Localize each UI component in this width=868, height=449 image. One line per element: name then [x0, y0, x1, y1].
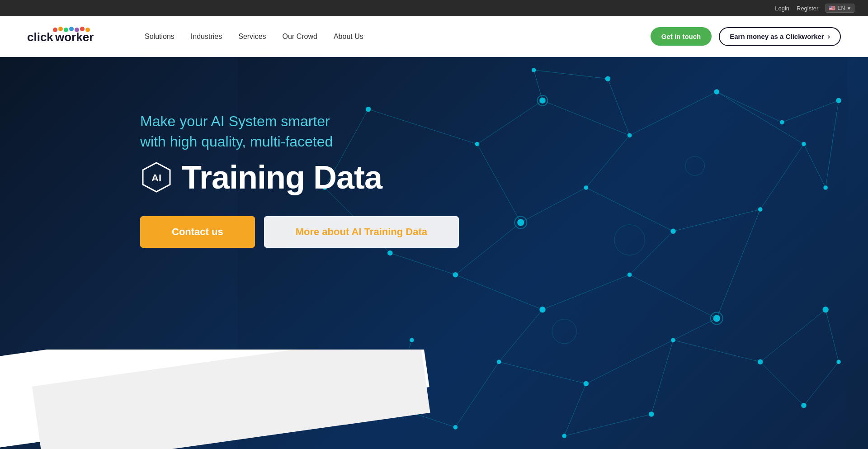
svg-point-57 — [802, 142, 806, 147]
more-about-button[interactable]: More about AI Training Data — [264, 216, 459, 248]
top-bar: Login Register 🇺🇸 EN ▼ — [0, 0, 868, 16]
lang-label: EN — [837, 5, 845, 11]
svg-point-64 — [627, 273, 632, 277]
hero-section: Make your AI System smarter with high qu… — [0, 57, 868, 449]
svg-point-65 — [713, 315, 720, 321]
nav-about-us[interactable]: About Us — [334, 31, 363, 43]
svg-point-81 — [605, 76, 611, 81]
svg-point-6 — [75, 28, 79, 32]
svg-point-74 — [836, 98, 841, 104]
svg-point-58 — [517, 219, 524, 226]
svg-point-61 — [758, 207, 763, 212]
hero-title-wrap: AI Training Data — [140, 161, 459, 194]
nav-links: Solutions Industries Services Our Crowd … — [145, 31, 651, 43]
svg-point-7 — [80, 27, 85, 31]
svg-point-72 — [387, 250, 393, 256]
nav-solutions[interactable]: Solutions — [145, 31, 175, 43]
chevron-down-icon: ▼ — [847, 6, 851, 11]
svg-point-59 — [584, 185, 589, 190]
svg-point-3 — [58, 27, 63, 31]
svg-point-55 — [627, 133, 632, 138]
svg-text:click: click — [27, 30, 53, 44]
flag-icon: 🇺🇸 — [829, 5, 835, 11]
logo[interactable]: click worker — [27, 25, 118, 48]
svg-point-53 — [475, 142, 480, 147]
svg-point-63 — [539, 307, 545, 312]
svg-point-56 — [714, 89, 720, 95]
contact-us-button[interactable]: Contact us — [140, 216, 255, 248]
svg-point-8 — [85, 28, 90, 32]
svg-point-60 — [670, 229, 676, 234]
hero-content: Make your AI System smarter with high qu… — [140, 111, 459, 248]
get-in-touch-button[interactable]: Get in touch — [651, 27, 712, 46]
nav-our-crowd[interactable]: Our Crowd — [283, 31, 317, 43]
svg-point-75 — [823, 185, 828, 190]
earn-label: Earn money as a Clickworker — [730, 33, 824, 40]
logo-svg: click worker — [27, 25, 118, 48]
nav-services[interactable]: Services — [238, 31, 266, 43]
login-link[interactable]: Login — [775, 5, 789, 12]
language-selector[interactable]: 🇺🇸 EN ▼ — [826, 4, 854, 13]
hero-bottom-decoration — [0, 350, 868, 449]
nav-industries[interactable]: Industries — [191, 31, 222, 43]
svg-point-54 — [539, 98, 545, 104]
hero-buttons: Contact us More about AI Training Data — [140, 216, 459, 248]
ai-hexagon-icon: AI — [140, 161, 173, 194]
svg-point-5 — [69, 27, 74, 31]
hero-subtitle-line1: Make your AI System smarter — [140, 113, 330, 129]
earn-money-button[interactable]: Earn money as a Clickworker › — [719, 27, 841, 46]
svg-point-2 — [53, 28, 57, 32]
svg-point-62 — [453, 272, 458, 278]
hero-title: Training Data — [182, 161, 382, 194]
svg-point-68 — [671, 338, 675, 342]
svg-point-73 — [780, 120, 784, 125]
svg-text:worker: worker — [55, 30, 94, 44]
svg-text:AI: AI — [151, 172, 161, 184]
svg-point-70 — [822, 307, 828, 312]
navbar: click worker Solutions Industries Servic… — [0, 16, 868, 57]
svg-point-80 — [532, 68, 536, 72]
hero-subtitle: Make your AI System smarter with high qu… — [140, 111, 459, 152]
chevron-right-icon: › — [828, 33, 830, 41]
hero-subtitle-line2: with high quality, multi-faceted — [140, 133, 333, 150]
svg-point-4 — [64, 28, 68, 32]
svg-point-82 — [410, 338, 414, 342]
register-link[interactable]: Register — [797, 5, 818, 12]
